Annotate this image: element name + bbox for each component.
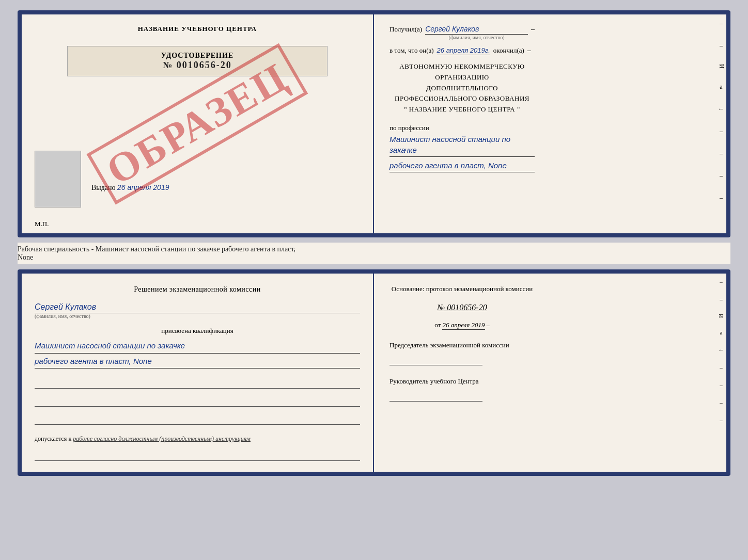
org-line1: АВТОНОМНУЮ НЕКОММЕРЧЕСКУЮ ОРГАНИЗАЦИЮ [389,61,535,83]
photo-placeholder [35,151,81,207]
confirm-label: в том, что он(а) [389,46,434,55]
protocol-number: № 0010656-20 [389,303,535,312]
chairman-sig-line [389,353,482,365]
org-block: АВТОНОМНУЮ НЕКОММЕРЧЕСКУЮ ОРГАНИЗАЦИЮ ДО… [389,61,535,115]
mp-label: М.П. [35,220,49,228]
director-label: Руководитель учебного Центра [389,377,535,386]
dash2: – [527,46,531,55]
basis-label: Основание: протокол экзаменационной коми… [389,284,535,294]
underline2 [35,396,360,407]
director-sig-line [389,389,482,402]
person-sublabel: (фамилия, имя, отчество) [35,313,360,319]
confirm-row: в том, что он(а) 26 апреля 2019г. окончи… [389,46,535,55]
protocol-date-label: от [434,321,441,329]
qual-line2: рабочего агента в пласт, None [35,356,360,369]
received-sublabel: (фамилия, имя, отчество) [425,35,528,40]
bottom-right-panel: Основание: протокол экзаменационной коми… [374,274,550,412]
allowed-section: допускается к работе согласно должностны… [35,435,360,443]
commission-title: Решением экзаменационной комиссии [35,284,360,295]
issued-line: Выдано 26 апреля 2019 [91,184,169,191]
director-block: Руководитель учебного Центра [389,377,535,402]
issued-date: 26 апреля 2019 [117,183,169,191]
dash-after-date: – [487,322,490,329]
cert-number: № 0010656-20 [78,60,317,71]
finished-label: окончил(а) [493,46,524,55]
right-panel-wrapper-top: Получил(а) Сергей Кулаков (фамилия, имя,… [374,14,726,233]
confirm-date: 26 апреля 2019г. [437,46,490,55]
separator-section: Рабочая специальность - Машинист насосно… [18,243,730,264]
received-label: Получил(а) [389,25,422,34]
left-panel-top: НАЗВАНИЕ УЧЕБНОГО ЦЕНТРА ОБРАЗЕЦ УДОСТОВ… [22,14,374,233]
allowed-value: работе согласно должностным (производств… [73,435,251,442]
allowed-label-text: допускается к [35,435,71,442]
protocol-date-row: от 26 апреля 2019 – [389,321,535,329]
chairman-block: Председатель экзаменационной комиссии [389,341,535,365]
person-name: Сергей Кулаков [35,302,360,313]
center-title: НАЗВАНИЕ УЧЕБНОГО ЦЕНТРА [138,25,257,33]
separator-text2: None [18,253,730,262]
separator-text: Рабочая специальность - Машинист насосно… [18,245,730,253]
person-section: Сергей Кулаков (фамилия, имя, отчество) [35,300,360,319]
dash-separator: – [531,25,535,34]
issued-label: Выдано [91,184,116,191]
underline3 [35,414,360,425]
cert-title: УДОСТОВЕРЕНИЕ [78,52,317,60]
right-panel-top: Получил(а) Сергей Кулаков (фамилия, имя,… [374,14,550,186]
org-line3: " НАЗВАНИЕ УЧЕБНОГО ЦЕНТРА " [389,104,535,115]
received-row: Получил(а) Сергей Кулаков (фамилия, имя,… [389,25,535,40]
right-panel-wrapper-bottom: Основание: протокол экзаменационной коми… [374,274,726,472]
underline4 [35,451,360,461]
underline1 [35,378,360,389]
protocol-date: 26 апреля 2019 [442,321,485,330]
org-line2: ДОПОЛНИТЕЛЬНОГО ПРОФЕССИОНАЛЬНОГО ОБРАЗО… [389,83,535,105]
profession-block: по профессии Машинист насосной станции п… [389,124,535,175]
issued-section: Выдано 26 апреля 2019 [91,183,169,223]
received-name: Сергей Кулаков [425,25,528,35]
cert-id-box: УДОСТОВЕРЕНИЕ № 0010656-20 [67,46,328,76]
bottom-document: Решением экзаменационной комиссии Сергей… [18,269,730,476]
bottom-right-marks: – – И а ← – – – – [716,279,726,423]
profession-label: по профессии [389,124,535,132]
document-container: НАЗВАНИЕ УЧЕБНОГО ЦЕНТРА ОБРАЗЕЦ УДОСТОВ… [18,10,730,476]
profession-line1: Машинист насосной станции по закачке [389,134,535,157]
bottom-left-panel: Решением экзаменационной комиссии Сергей… [22,274,374,472]
assigned-label: присвоена квалификация [35,327,360,335]
profession-line2: рабочего агента в пласт, None [389,160,535,172]
qual-line1: Машинист насосной станции по закачке [35,340,360,354]
qualification-section: Машинист насосной станции по закачке раб… [35,340,360,371]
top-document: НАЗВАНИЕ УЧЕБНОГО ЦЕНТРА ОБРАЗЕЦ УДОСТОВ… [18,10,730,237]
right-dashes: – – И а ← – – – – [716,20,726,202]
chairman-label: Председатель экзаменационной комиссии [389,341,535,350]
